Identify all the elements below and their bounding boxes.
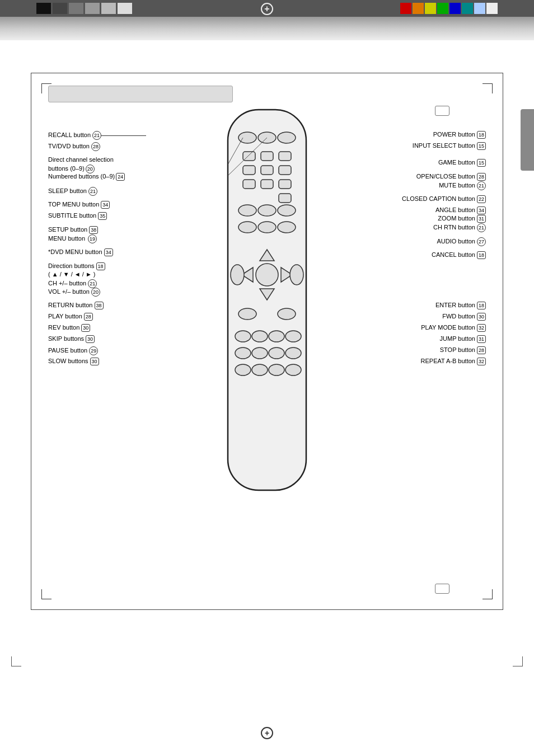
- svg-rect-13: [279, 194, 291, 203]
- svg-rect-11: [261, 180, 273, 189]
- main-content-box: RECALL button 21 TV/DVD button 28 Direct…: [31, 73, 503, 610]
- pause-annotation: PAUSE button 29: [48, 346, 98, 355]
- return-annotation: RETURN button 38: [48, 302, 104, 309]
- svg-rect-9: [279, 166, 291, 175]
- ch-rtn-annotation: CH RTN button 21: [433, 223, 486, 232]
- bottom-corner-tr: [513, 656, 523, 666]
- corner-br: [483, 589, 493, 599]
- header-stripe: [0, 17, 534, 40]
- direction-annotation: Direction buttons 18: [48, 262, 105, 270]
- corner-bl: [41, 589, 51, 599]
- svg-point-17: [238, 222, 256, 233]
- svg-rect-7: [243, 166, 255, 175]
- svg-rect-10: [243, 180, 255, 189]
- svg-point-15: [258, 205, 276, 216]
- svg-point-31: [269, 331, 284, 342]
- title-bar: [48, 86, 233, 102]
- rev-annotation: REV button 30: [48, 324, 90, 332]
- subtitle-annotation: SUBTITLE button 35: [48, 212, 107, 220]
- remote-control-diagram: [214, 107, 320, 499]
- svg-point-26: [290, 265, 303, 285]
- reg-mark-bottom: +: [261, 727, 273, 739]
- fwd-annotation: FWD button 30: [442, 313, 486, 321]
- svg-rect-12: [279, 180, 291, 189]
- svg-point-36: [285, 348, 301, 359]
- svg-point-33: [235, 348, 251, 359]
- svg-point-40: [285, 364, 301, 375]
- game-annotation: GAME button 15: [438, 159, 486, 167]
- stop-annotation: STOP button 28: [440, 346, 486, 354]
- right-tab: [521, 109, 534, 171]
- tvdvd-annotation: TV/DVD button 28: [48, 142, 100, 151]
- svg-point-32: [285, 331, 301, 342]
- enter-annotation: ENTER button 18: [435, 302, 486, 309]
- svg-point-3: [278, 132, 296, 143]
- svg-point-29: [235, 331, 251, 342]
- numbered-annotation: Numbered buttons (0–9)24: [48, 173, 125, 181]
- zoom-annotation: ZOOM button 31: [438, 215, 486, 223]
- play-annotation: PLAY button 28: [48, 313, 93, 321]
- small-box-tr: [435, 106, 449, 116]
- slow-annotation: SLOW buttons 30: [48, 358, 99, 365]
- svg-point-18: [258, 222, 276, 233]
- buttons09-annotation: buttons (0–9)20: [48, 165, 95, 173]
- svg-point-28: [278, 308, 296, 320]
- ch-plus-annotation: CH +/– button 21: [48, 279, 97, 288]
- power-annotation: POWER button 18: [433, 131, 486, 139]
- svg-point-30: [252, 331, 268, 342]
- top-menu-annotation: TOP MENU button 34: [48, 201, 110, 209]
- recall-annotation: RECALL button 21: [48, 131, 101, 140]
- setup-annotation: SETUP button 38: [48, 226, 98, 234]
- svg-point-37: [235, 364, 251, 375]
- svg-point-16: [278, 205, 296, 216]
- input-select-annotation: INPUT SELECT button 15: [413, 142, 486, 150]
- svg-point-24: [256, 264, 278, 286]
- play-mode-annotation: PLAY MODE button 32: [421, 324, 486, 332]
- cancel-annotation: CANCEL button 18: [432, 251, 486, 259]
- angle-annotation: ANGLE button 34: [435, 206, 486, 214]
- svg-point-34: [252, 348, 268, 359]
- audio-annotation: AUDIO button 27: [437, 237, 486, 246]
- svg-point-38: [252, 364, 268, 375]
- vol-annotation: VOL +/– button 20: [48, 288, 100, 297]
- color-blocks-left: [36, 3, 132, 14]
- reg-mark-top: +: [261, 3, 273, 15]
- svg-point-25: [231, 265, 244, 285]
- svg-rect-8: [261, 166, 273, 175]
- color-blocks-right: [400, 3, 498, 14]
- corner-tr: [483, 83, 493, 93]
- repeat-ab-annotation: REPEAT A-B button 32: [421, 358, 486, 365]
- jump-annotation: JUMP button 31: [440, 335, 486, 343]
- svg-rect-6: [279, 152, 291, 161]
- svg-rect-5: [261, 152, 273, 161]
- open-close-annotation: OPEN/CLOSE button 28: [416, 173, 486, 181]
- bottom-corner-tl: [11, 656, 21, 666]
- menu-annotation: MENU button 19: [48, 234, 97, 243]
- svg-point-14: [238, 205, 256, 216]
- svg-point-27: [238, 308, 256, 320]
- closed-caption-annotation: CLOSED CAPTION button 22: [402, 195, 486, 203]
- sleep-annotation: SLEEP button 21: [48, 187, 97, 196]
- svg-point-1: [238, 132, 256, 143]
- svg-point-35: [269, 348, 284, 359]
- svg-point-39: [269, 364, 284, 375]
- small-box-br: [435, 584, 449, 594]
- svg-point-19: [278, 222, 296, 233]
- skip-annotation: SKIP buttons 30: [48, 335, 95, 343]
- direct-ch-annotation: Direct channel selection: [48, 156, 114, 163]
- direction-keys-annotation: ( ▲ / ▼ / ◄ / ► ): [48, 271, 96, 278]
- mute-annotation: MUTE button 21: [439, 181, 486, 190]
- dvd-menu-annotation: *DVD MENU button 34: [48, 248, 113, 256]
